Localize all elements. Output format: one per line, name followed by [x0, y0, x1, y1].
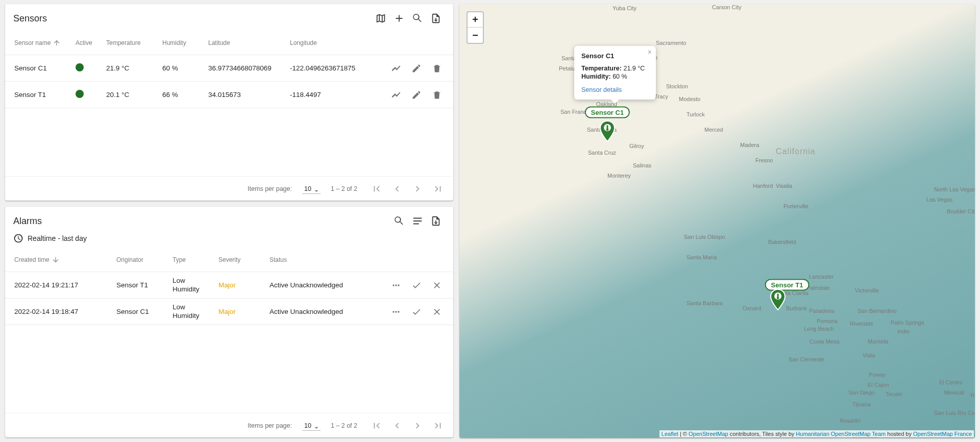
alarms-panel: Alarms Realtime - last day Created time … [5, 207, 453, 437]
col-active[interactable]: Active [70, 39, 101, 46]
cell-humidity: 66 % [157, 91, 203, 99]
hot-link[interactable]: Humanitarian OpenStreetMap Team [796, 431, 886, 437]
col-created-time[interactable]: Created time [14, 256, 60, 264]
popup-temp-value: 21.9 °C [623, 65, 645, 72]
sensors-table-header: Sensor name Active Temperature Humidity … [5, 31, 453, 55]
next-page-icon[interactable] [408, 416, 427, 435]
cell-temperature: 21.9 °C [101, 64, 157, 72]
alarms-paginator: Items per page: 10 1 – 2 of 2 [5, 413, 453, 437]
svg-point-0 [393, 284, 394, 286]
page-size-select[interactable]: 10 [302, 184, 321, 194]
cell-active [70, 63, 101, 73]
cell-sensor-name: Sensor T1 [9, 91, 70, 99]
last-page-icon[interactable] [429, 416, 447, 435]
search-icon[interactable] [408, 9, 427, 28]
col-status[interactable]: Status [264, 256, 366, 263]
delete-icon[interactable] [428, 86, 446, 104]
sensors-paginator: Items per page: 10 1 – 2 of 2 [5, 176, 453, 201]
export-icon[interactable] [427, 9, 445, 28]
svg-point-2 [398, 284, 399, 286]
cell-sensor-name: Sensor C1 [9, 64, 70, 72]
svg-point-11 [777, 297, 779, 300]
svg-point-8 [606, 129, 609, 131]
popup-hum-label: Humidity: [581, 73, 611, 80]
first-page-icon[interactable] [368, 416, 386, 435]
table-row[interactable]: 2022-02-14 19:21:17 Sensor T1 Low Humidi… [5, 272, 453, 299]
popup-temp-label: Temperature: [581, 65, 622, 72]
clear-icon[interactable] [428, 276, 446, 294]
status-dot [76, 63, 84, 71]
add-icon[interactable] [390, 9, 408, 28]
popup-close-icon[interactable]: × [648, 48, 652, 56]
col-longitude[interactable]: Longitude [285, 39, 366, 46]
col-humidity[interactable]: Humidity [157, 39, 203, 46]
table-row[interactable]: 2022-02-14 19:18:47 Sensor C1 Low Humidi… [5, 299, 453, 325]
cell-temperature: 20.1 °C [101, 91, 157, 99]
edit-icon[interactable] [407, 86, 426, 104]
sensors-panel: Sensors Sensor name Active Temperature H… [5, 4, 453, 201]
cell-longitude: -122.0496263671875 [285, 64, 366, 72]
alarms-title: Alarms [13, 216, 390, 227]
cell-originator: Sensor C1 [111, 308, 167, 315]
timeline-icon[interactable] [387, 86, 405, 104]
col-latitude[interactable]: Latitude [203, 39, 285, 46]
sensor-details-link[interactable]: Sensor details [581, 86, 622, 93]
table-row[interactable]: Sensor T1 20.1 °C 66 % 34.015673 -118.44… [5, 82, 453, 108]
col-originator[interactable]: Originator [111, 256, 167, 263]
prev-page-icon[interactable] [388, 416, 406, 435]
ack-icon[interactable] [407, 303, 426, 321]
next-page-icon[interactable] [408, 180, 427, 198]
map-popup: × Sensor C1 Temperature: 21.9 °C Humidit… [574, 46, 656, 100]
col-sensor-name[interactable]: Sensor name [14, 39, 61, 47]
svg-point-3 [393, 311, 394, 312]
cell-latitude: 36.97734668078069 [203, 64, 285, 72]
zoom-in-button[interactable]: + [468, 12, 483, 28]
svg-point-4 [395, 311, 397, 312]
cell-longitude: -118.4497 [285, 91, 366, 99]
map-icon[interactable] [372, 9, 390, 28]
more-icon[interactable] [387, 276, 405, 294]
last-page-icon[interactable] [429, 180, 447, 198]
cell-originator: Sensor T1 [111, 281, 167, 289]
items-per-page-label: Items per page: [248, 422, 292, 429]
col-type[interactable]: Type [167, 256, 213, 263]
cell-type: Low Humidity [167, 277, 213, 293]
osmfr-link[interactable]: OpenStreetMap France [913, 431, 972, 437]
cell-severity: Major [213, 308, 264, 315]
clear-icon[interactable] [428, 303, 446, 321]
col-temperature[interactable]: Temperature [101, 39, 157, 46]
svg-point-5 [398, 311, 399, 312]
page-range: 1 – 2 of 2 [331, 422, 357, 429]
popup-hum-value: 60 % [612, 73, 627, 80]
ack-icon[interactable] [407, 276, 426, 294]
map-marker-sensor-t1[interactable] [770, 289, 786, 310]
prev-page-icon[interactable] [388, 180, 406, 198]
cell-status: Active Unacknowledged [264, 281, 366, 289]
items-per-page-label: Items per page: [248, 185, 292, 192]
map-marker-sensor-c1[interactable] [599, 120, 616, 142]
table-row[interactable]: Sensor C1 21.9 °C 60 % 36.97734668078069… [5, 55, 453, 82]
marker-label-sensor-c1[interactable]: Sensor C1 [585, 107, 630, 118]
zoom-control: + − [467, 11, 484, 44]
cell-status: Active Unacknowledged [264, 308, 366, 315]
osm-link[interactable]: OpenStreetMap [689, 431, 728, 437]
cell-active [70, 90, 101, 100]
first-page-icon[interactable] [368, 180, 386, 198]
cell-humidity: 60 % [157, 64, 203, 72]
cell-type: Low Humidity [167, 303, 213, 320]
search-icon[interactable] [390, 212, 408, 230]
more-icon[interactable] [387, 303, 405, 321]
col-severity[interactable]: Severity [213, 256, 264, 263]
timeline-icon[interactable] [387, 59, 405, 78]
export-icon[interactable] [427, 212, 445, 230]
map-tiles[interactable] [459, 4, 975, 438]
zoom-out-button[interactable]: − [468, 28, 483, 43]
cell-created-time: 2022-02-14 19:21:17 [9, 281, 111, 289]
delete-icon[interactable] [428, 59, 446, 78]
map-panel[interactable]: Yuba CityCarson CitySacramentoSanta Rosa… [459, 4, 975, 438]
leaflet-link[interactable]: Leaflet [662, 431, 678, 437]
edit-icon[interactable] [407, 59, 426, 78]
page-size-select[interactable]: 10 [302, 421, 321, 431]
filter-icon[interactable] [408, 212, 427, 230]
clock-icon [13, 233, 23, 243]
